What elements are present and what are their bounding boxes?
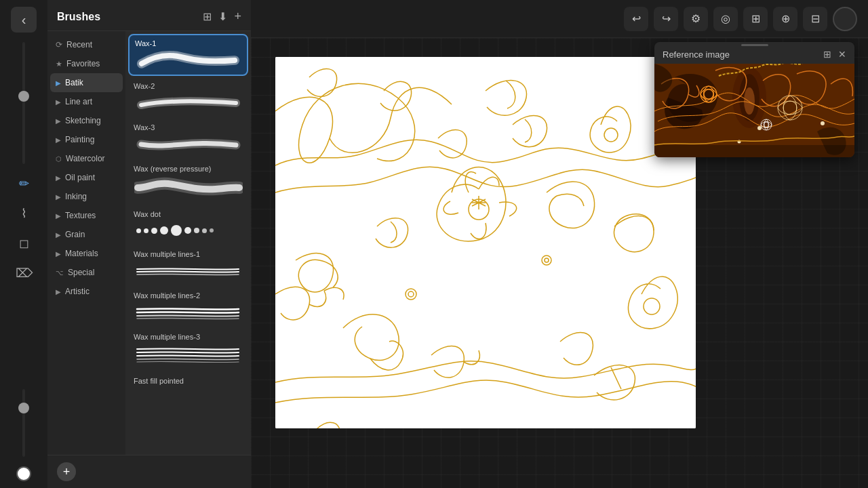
brush-item-wax-lines2[interactable]: Wax multiple lines-2: [128, 287, 248, 327]
reference-image[interactable]: [654, 64, 854, 157]
svg-point-17: [757, 126, 762, 130]
category-item-oilpaint[interactable]: ▶ Oil paint: [50, 168, 123, 187]
brushes-header: Brushes ⊞ ⬇ +: [47, 0, 251, 31]
back-button[interactable]: ‹: [11, 7, 37, 33]
category-list: ⟳ Recent ★ Favorites ▶ Batik ▶ Line art …: [47, 31, 125, 455]
brush-item-wax-dot[interactable]: Wax dot: [128, 206, 248, 244]
transform-btn[interactable]: ⊞: [743, 7, 768, 31]
category-item-recent[interactable]: ⟳ Recent: [50, 35, 123, 54]
color-picker-btn[interactable]: ⊕: [773, 7, 797, 31]
category-item-artistic[interactable]: ▶ Artistic: [50, 282, 123, 301]
category-item-sketching[interactable]: ▶ Sketching: [50, 111, 123, 130]
brush-item-wax-lines1[interactable]: Wax multiple lines-1: [128, 246, 248, 285]
smudge-tool-btn[interactable]: ⌇: [11, 201, 37, 226]
reference-title: Reference image: [663, 49, 730, 60]
undo-btn[interactable]: ↩: [624, 7, 648, 31]
brush-list: Wax-1 Wax-2: [125, 31, 251, 455]
reference-expand-btn[interactable]: ⊞: [823, 49, 831, 60]
brushes-panel: Brushes ⊞ ⬇ + ⟳ Recent ★ Favorites ▶ Bat…: [47, 0, 251, 488]
fill-tool-btn[interactable]: ⌦: [11, 260, 37, 286]
add-brush-btn[interactable]: +: [234, 9, 241, 24]
opacity-slider-thumb[interactable]: [18, 403, 29, 413]
drawing-canvas[interactable]: [275, 57, 696, 428]
layers-btn[interactable]: ⊟: [803, 7, 827, 31]
brush-item-fast-fill[interactable]: Fast fill pointed: [128, 373, 248, 389]
brush-item-wax1[interactable]: Wax-1: [128, 34, 248, 76]
category-item-inking[interactable]: ▶ Inking: [50, 187, 123, 206]
adjustments-btn[interactable]: ⚙: [684, 7, 708, 31]
category-item-favorites[interactable]: ★ Favorites: [50, 54, 123, 73]
import-btn[interactable]: ⬇: [218, 9, 227, 24]
category-item-grain[interactable]: ▶ Grain: [50, 225, 123, 244]
size-slider-thumb[interactable]: [18, 91, 29, 102]
brush-item-wax-lines3[interactable]: Wax multiple lines-3: [128, 329, 248, 371]
category-item-special[interactable]: ⌥ Special: [50, 263, 123, 282]
brush-tool-btn[interactable]: ✏: [11, 171, 37, 197]
color-circle[interactable]: [16, 466, 31, 481]
reference-panel: Reference image ⊞ ✕: [654, 42, 854, 157]
svg-rect-22: [654, 145, 854, 157]
gallery-btn[interactable]: ⊞: [203, 9, 212, 24]
top-toolbar: ↩ ↪ ⚙ ◎ ⊞ ⊕ ⊟: [251, 0, 868, 38]
brush-item-wax2[interactable]: Wax-2: [128, 78, 248, 117]
category-item-batik[interactable]: ▶ Batik: [50, 73, 123, 92]
category-item-lineart[interactable]: ▶ Line art: [50, 92, 123, 111]
canvas-area[interactable]: Reference image ⊞ ✕: [251, 38, 868, 488]
category-item-materials[interactable]: ▶ Materials: [50, 244, 123, 263]
eraser-tool-btn[interactable]: ◻: [11, 230, 37, 256]
svg-rect-0: [275, 57, 696, 428]
brush-item-wax-reverse[interactable]: Wax (reverse pressure): [128, 161, 248, 204]
reference-close-btn[interactable]: ✕: [838, 49, 846, 60]
selection-btn[interactable]: ◎: [713, 7, 738, 31]
category-item-textures[interactable]: ▶ Textures: [50, 206, 123, 225]
svg-point-12: [744, 87, 755, 115]
category-item-watercolor[interactable]: ⬡ Watercolor: [50, 149, 123, 168]
color-swatch-btn[interactable]: [833, 7, 857, 31]
redo-btn[interactable]: ↪: [654, 7, 678, 31]
category-item-painting[interactable]: ▶ Painting: [50, 130, 123, 149]
reference-header: Reference image ⊞ ✕: [654, 45, 854, 64]
brush-item-wax3[interactable]: Wax-3: [128, 119, 248, 159]
brushes-title: Brushes: [57, 11, 100, 23]
add-new-brush-btn[interactable]: +: [57, 462, 76, 481]
svg-point-18: [821, 121, 825, 125]
